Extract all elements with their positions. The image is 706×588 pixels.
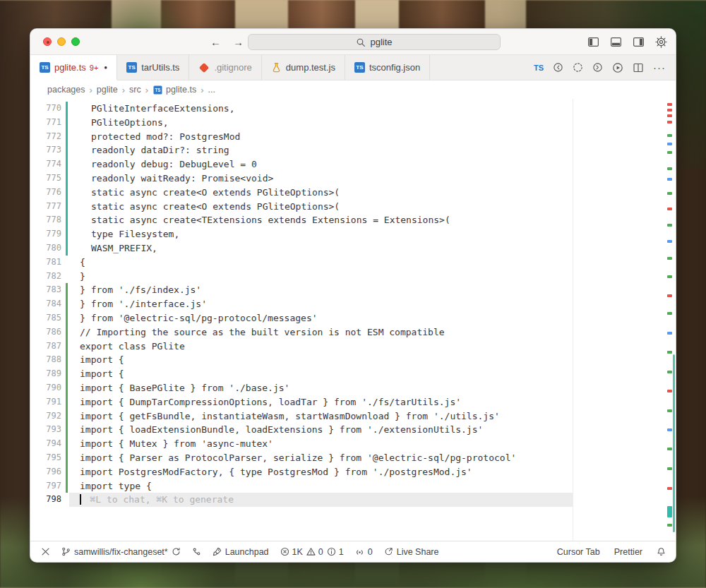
line-number: 793 [30, 423, 61, 437]
navigate-forward-button[interactable]: → [233, 36, 244, 48]
code-text: protected mod?: PostgresMod [80, 130, 240, 144]
title-bar: ← → pglite [30, 29, 676, 55]
tab-tsconfig-json[interactable]: TStsconfig.json [345, 55, 430, 80]
code-line-784[interactable]: 784} from './interface.js' [30, 297, 676, 311]
launchpad-button[interactable]: Launchpad [213, 547, 269, 557]
tab-label: pglite.ts [54, 62, 86, 73]
code-line-780[interactable]: 780WASM_PREFIX, [30, 241, 676, 256]
navigate-back-button[interactable]: ← [210, 36, 221, 48]
git-graph-button[interactable] [192, 547, 201, 556]
line-number: 789 [30, 367, 61, 381]
breadcrumb-label: pglite.ts [166, 85, 196, 95]
line-number: 772 [30, 130, 61, 144]
code-text: import { Mutex } from 'async-mutex' [80, 437, 273, 451]
split-editor-icon[interactable] [633, 62, 644, 73]
code-line-772[interactable]: 772protected mod?: PostgresMod [30, 130, 676, 144]
code-line-785[interactable]: 785} from '@electric-sql/pg-protocol/mes… [30, 311, 676, 325]
notifications-bell-icon[interactable] [657, 547, 666, 556]
code-line-777[interactable]: 777static async create<O extends PGliteO… [30, 200, 676, 214]
code-line-770[interactable]: 770PGliteInterfaceExtensions, [30, 102, 676, 116]
code-line-786[interactable]: 786// Importing the source as the built … [30, 325, 676, 340]
code-line-795[interactable]: 795import { Parser as ProtocolParser, se… [30, 451, 676, 465]
overview-mark-green [667, 351, 672, 354]
line-number: 791 [30, 395, 61, 409]
zoom-window-button[interactable] [71, 37, 80, 46]
tab-dump-test-js[interactable]: dump.test.js [262, 55, 345, 80]
symbol-circle-icon[interactable] [573, 62, 583, 73]
problems-indicator[interactable]: 1K 0 1 [280, 547, 344, 557]
code-editor[interactable]: 770PGliteInterfaceExtensions,771PGliteOp… [30, 99, 676, 541]
code-text: readonly waitReady: Promise<void> [80, 172, 273, 186]
nav-forward-circle-icon[interactable] [592, 62, 603, 73]
overview-mark-green [667, 192, 672, 195]
more-actions-icon[interactable]: ··· [653, 61, 666, 73]
git-gutter-decoration [66, 283, 68, 297]
ts-language-status-icon[interactable]: TS [534, 64, 544, 72]
toggle-panel-icon[interactable] [610, 36, 622, 48]
code-line-773[interactable]: 773readonly dataDir?: string [30, 143, 676, 157]
code-line-794[interactable]: 794import { Mutex } from 'async-mutex' [30, 437, 676, 451]
code-line-789[interactable]: 789import { [30, 367, 676, 381]
cursor-tab-toggle[interactable]: Cursor Tab [557, 547, 600, 557]
code-line-793[interactable]: 793import { loadExtensionBundle, loadExt… [30, 423, 676, 437]
git-branch-indicator[interactable]: samwillis/fix-changeset* [61, 547, 181, 557]
settings-gear-icon[interactable] [655, 36, 667, 48]
breadcrumb-label: packages [47, 85, 85, 95]
code-line-783[interactable]: 783} from './fs/index.js' [30, 283, 676, 297]
overview-mark-green [667, 409, 672, 412]
live-share-button[interactable]: Live Share [384, 547, 439, 557]
tab-gitignore[interactable]: .gitignore [189, 55, 261, 80]
code-line-788[interactable]: 788import { [30, 353, 676, 367]
toggle-primary-sidebar-icon[interactable] [587, 36, 599, 48]
code-line-775[interactable]: 775readonly waitReady: Promise<void> [30, 172, 676, 186]
code-line-776[interactable]: 776static async create<O extends PGliteO… [30, 186, 676, 200]
print-width-ruler [573, 99, 573, 541]
code-text: import { [80, 353, 124, 367]
git-gutter-decoration [66, 143, 68, 157]
typescript-icon: TS [154, 85, 162, 94]
line-number: 787 [30, 340, 61, 354]
git-gutter-decoration [66, 227, 68, 241]
breadcrumb-item-[interactable]: ... [208, 85, 215, 95]
nav-back-circle-icon[interactable] [553, 62, 563, 73]
remote-indicator-icon[interactable] [41, 547, 50, 556]
code-line-791[interactable]: 791import { DumpTarCompressionOptions, l… [30, 395, 676, 409]
git-gutter-decoration [66, 367, 68, 381]
breadcrumb-item-src[interactable]: src [129, 85, 141, 95]
code-line-778[interactable]: 778static async create<TExtensions exten… [30, 213, 676, 227]
code-line-798[interactable]: 798⌘L to chat, ⌘K to generate [30, 493, 676, 507]
code-line-797[interactable]: 797import type { [30, 479, 676, 493]
code-text: WASM_PREFIX, [80, 241, 157, 256]
line-number: 779 [30, 227, 61, 241]
toggle-secondary-sidebar-icon[interactable] [633, 36, 645, 48]
command-center-search[interactable]: pglite [248, 34, 501, 50]
live-share-label: Live Share [397, 547, 439, 557]
tab-pglite-ts[interactable]: TSpglite.ts9+● [30, 55, 117, 80]
git-gutter-decoration [66, 451, 68, 465]
code-line-790[interactable]: 790import { BasePGlite } from './base.js… [30, 381, 676, 395]
tab-tarutils-ts[interactable]: TStarUtils.ts [117, 55, 189, 80]
code-line-774[interactable]: 774readonly debug: DebugLevel = 0 [30, 157, 676, 172]
breadcrumb-item-pglite-ts[interactable]: TSpglite.ts [152, 85, 196, 95]
code-line-796[interactable]: 796import PostgresModFactory, { type Pos… [30, 465, 676, 479]
formatter-indicator[interactable]: Prettier [614, 547, 642, 557]
code-line-779[interactable]: 779type Filesystem, [30, 227, 676, 241]
ports-indicator[interactable]: 0 [355, 547, 373, 557]
code-text: readonly debug: DebugLevel = 0 [80, 157, 257, 172]
breadcrumb-item-packages[interactable]: packages [47, 85, 85, 95]
overview-mark-green [667, 151, 672, 154]
run-file-icon[interactable] [612, 62, 623, 73]
code-text: PGliteOptions, [80, 116, 169, 130]
minimize-window-button[interactable] [57, 37, 66, 46]
code-line-792[interactable]: 792import { getFsBundle, instantiateWasm… [30, 409, 676, 424]
code-line-782[interactable]: 782} [30, 270, 676, 284]
overview-ruler[interactable] [664, 100, 676, 539]
code-line-781[interactable]: 781{ [30, 256, 676, 270]
code-text: type Filesystem, [80, 227, 179, 241]
close-window-button[interactable] [43, 37, 52, 46]
typescript-icon: TS [126, 62, 137, 73]
editor-window: ← → pglite TSpglite.ts9+●TStarUtils.ts.g… [30, 28, 676, 563]
code-line-787[interactable]: 787export class PGlite [30, 340, 676, 354]
breadcrumb-item-pglite[interactable]: pglite [97, 85, 118, 95]
code-line-771[interactable]: 771PGliteOptions, [30, 116, 676, 130]
